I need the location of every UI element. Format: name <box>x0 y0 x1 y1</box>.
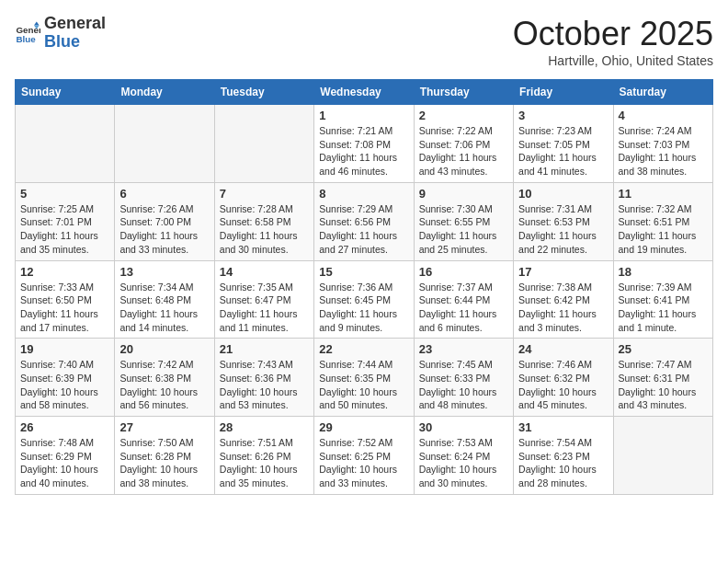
day-info: Sunrise: 7:39 AMSunset: 6:41 PMDaylight:… <box>619 281 708 335</box>
day-number: 20 <box>119 342 209 356</box>
day-number: 31 <box>518 420 608 434</box>
day-number: 1 <box>319 109 408 122</box>
month-title: October 2025 <box>513 15 713 53</box>
day-info: Sunrise: 7:48 AMSunset: 6:29 PMDaylight:… <box>20 436 109 490</box>
location-title: Hartville, Ohio, United States <box>513 53 713 68</box>
page-header: General Blue General Blue October 2025 H… <box>15 15 713 68</box>
day-info: Sunrise: 7:51 AMSunset: 6:26 PMDaylight:… <box>220 436 309 490</box>
day-number: 11 <box>619 187 708 201</box>
calendar-cell: 29Sunrise: 7:52 AMSunset: 6:25 PMDayligh… <box>314 417 414 495</box>
day-number: 30 <box>419 420 508 434</box>
calendar-cell: 13Sunrise: 7:34 AMSunset: 6:48 PMDayligh… <box>115 260 214 339</box>
calendar-cell: 12Sunrise: 7:33 AMSunset: 6:50 PMDayligh… <box>16 260 115 339</box>
day-number: 12 <box>20 265 109 279</box>
day-number: 14 <box>220 265 309 279</box>
day-number: 2 <box>419 109 508 122</box>
day-info: Sunrise: 7:40 AMSunset: 6:39 PMDaylight:… <box>20 358 109 412</box>
weekday-header: Sunday <box>16 80 115 105</box>
day-info: Sunrise: 7:50 AMSunset: 6:28 PMDaylight:… <box>119 436 209 490</box>
calendar-cell: 5Sunrise: 7:25 AMSunset: 7:01 PMDaylight… <box>16 182 115 260</box>
day-number: 25 <box>619 342 708 356</box>
calendar-cell: 14Sunrise: 7:35 AMSunset: 6:47 PMDayligh… <box>214 260 313 339</box>
day-number: 23 <box>419 342 508 356</box>
day-number: 24 <box>518 342 608 356</box>
logo-text: General Blue <box>44 15 106 52</box>
day-number: 16 <box>419 265 508 279</box>
day-info: Sunrise: 7:38 AMSunset: 6:42 PMDaylight:… <box>518 281 608 335</box>
day-info: Sunrise: 7:44 AMSunset: 6:35 PMDaylight:… <box>319 358 408 412</box>
calendar-cell: 10Sunrise: 7:31 AMSunset: 6:53 PMDayligh… <box>514 182 613 260</box>
calendar-cell: 1Sunrise: 7:21 AMSunset: 7:08 PMDaylight… <box>314 105 414 183</box>
weekday-header: Saturday <box>613 80 712 105</box>
day-info: Sunrise: 7:33 AMSunset: 6:50 PMDaylight:… <box>20 281 109 335</box>
calendar-cell: 9Sunrise: 7:30 AMSunset: 6:55 PMDaylight… <box>414 182 513 260</box>
calendar-cell: 26Sunrise: 7:48 AMSunset: 6:29 PMDayligh… <box>16 417 115 495</box>
calendar-cell: 25Sunrise: 7:47 AMSunset: 6:31 PMDayligh… <box>613 339 712 417</box>
calendar-cell <box>613 417 712 495</box>
weekday-header: Tuesday <box>214 80 313 105</box>
calendar-cell: 19Sunrise: 7:40 AMSunset: 6:39 PMDayligh… <box>16 339 115 417</box>
logo-blue: Blue <box>44 33 106 52</box>
day-info: Sunrise: 7:45 AMSunset: 6:33 PMDaylight:… <box>419 358 508 412</box>
day-info: Sunrise: 7:28 AMSunset: 6:58 PMDaylight:… <box>220 202 309 257</box>
logo: General Blue General Blue <box>15 15 106 52</box>
day-number: 29 <box>319 420 408 434</box>
calendar-cell: 30Sunrise: 7:53 AMSunset: 6:24 PMDayligh… <box>414 417 513 495</box>
logo-icon: General Blue <box>15 20 40 46</box>
day-info: Sunrise: 7:23 AMSunset: 7:05 PMDaylight:… <box>518 124 608 178</box>
day-number: 15 <box>319 265 408 279</box>
day-number: 7 <box>220 187 309 201</box>
calendar-cell: 27Sunrise: 7:50 AMSunset: 6:28 PMDayligh… <box>115 417 214 495</box>
day-info: Sunrise: 7:52 AMSunset: 6:25 PMDaylight:… <box>319 436 408 490</box>
calendar-cell: 3Sunrise: 7:23 AMSunset: 7:05 PMDaylight… <box>514 105 613 183</box>
calendar-cell: 8Sunrise: 7:29 AMSunset: 6:56 PMDaylight… <box>314 182 414 260</box>
calendar-cell: 16Sunrise: 7:37 AMSunset: 6:44 PMDayligh… <box>414 260 513 339</box>
day-number: 5 <box>20 187 109 201</box>
day-number: 13 <box>119 265 209 279</box>
day-number: 19 <box>20 342 109 356</box>
calendar-cell: 18Sunrise: 7:39 AMSunset: 6:41 PMDayligh… <box>613 260 712 339</box>
calendar-table: SundayMondayTuesdayWednesdayThursdayFrid… <box>15 79 713 495</box>
day-number: 22 <box>319 342 408 356</box>
day-number: 18 <box>619 265 708 279</box>
day-info: Sunrise: 7:24 AMSunset: 7:03 PMDaylight:… <box>619 124 708 178</box>
calendar-cell: 7Sunrise: 7:28 AMSunset: 6:58 PMDaylight… <box>214 182 313 260</box>
day-number: 10 <box>518 187 608 201</box>
day-number: 26 <box>20 420 109 434</box>
weekday-header: Friday <box>514 80 613 105</box>
calendar-cell: 6Sunrise: 7:26 AMSunset: 7:00 PMDaylight… <box>115 182 214 260</box>
day-number: 21 <box>220 342 309 356</box>
day-info: Sunrise: 7:46 AMSunset: 6:32 PMDaylight:… <box>518 358 608 412</box>
day-number: 17 <box>518 265 608 279</box>
weekday-header: Thursday <box>414 80 513 105</box>
day-info: Sunrise: 7:54 AMSunset: 6:23 PMDaylight:… <box>518 436 608 490</box>
day-info: Sunrise: 7:32 AMSunset: 6:51 PMDaylight:… <box>619 202 708 257</box>
day-info: Sunrise: 7:47 AMSunset: 6:31 PMDaylight:… <box>619 358 708 412</box>
calendar-week-row: 5Sunrise: 7:25 AMSunset: 7:01 PMDaylight… <box>16 182 713 260</box>
day-info: Sunrise: 7:34 AMSunset: 6:48 PMDaylight:… <box>119 281 209 335</box>
calendar-cell: 2Sunrise: 7:22 AMSunset: 7:06 PMDaylight… <box>414 105 513 183</box>
calendar-cell <box>214 105 313 183</box>
day-info: Sunrise: 7:25 AMSunset: 7:01 PMDaylight:… <box>20 202 109 257</box>
calendar-cell: 15Sunrise: 7:36 AMSunset: 6:45 PMDayligh… <box>314 260 414 339</box>
calendar-cell: 31Sunrise: 7:54 AMSunset: 6:23 PMDayligh… <box>514 417 613 495</box>
calendar-cell <box>16 105 115 183</box>
weekday-header: Wednesday <box>314 80 414 105</box>
title-block: October 2025 Hartville, Ohio, United Sta… <box>513 15 713 68</box>
day-info: Sunrise: 7:36 AMSunset: 6:45 PMDaylight:… <box>319 281 408 335</box>
day-info: Sunrise: 7:35 AMSunset: 6:47 PMDaylight:… <box>220 281 309 335</box>
weekday-header: Monday <box>115 80 214 105</box>
day-number: 27 <box>119 420 209 434</box>
svg-marker-2 <box>34 21 40 25</box>
calendar-cell: 17Sunrise: 7:38 AMSunset: 6:42 PMDayligh… <box>514 260 613 339</box>
day-number: 28 <box>220 420 309 434</box>
day-info: Sunrise: 7:37 AMSunset: 6:44 PMDaylight:… <box>419 281 508 335</box>
calendar-cell: 4Sunrise: 7:24 AMSunset: 7:03 PMDaylight… <box>613 105 712 183</box>
day-info: Sunrise: 7:22 AMSunset: 7:06 PMDaylight:… <box>419 124 508 178</box>
calendar-cell: 22Sunrise: 7:44 AMSunset: 6:35 PMDayligh… <box>314 339 414 417</box>
day-number: 3 <box>518 109 608 122</box>
calendar-week-row: 19Sunrise: 7:40 AMSunset: 6:39 PMDayligh… <box>16 339 713 417</box>
day-number: 9 <box>419 187 508 201</box>
day-info: Sunrise: 7:26 AMSunset: 7:00 PMDaylight:… <box>119 202 209 257</box>
day-info: Sunrise: 7:43 AMSunset: 6:36 PMDaylight:… <box>220 358 309 412</box>
